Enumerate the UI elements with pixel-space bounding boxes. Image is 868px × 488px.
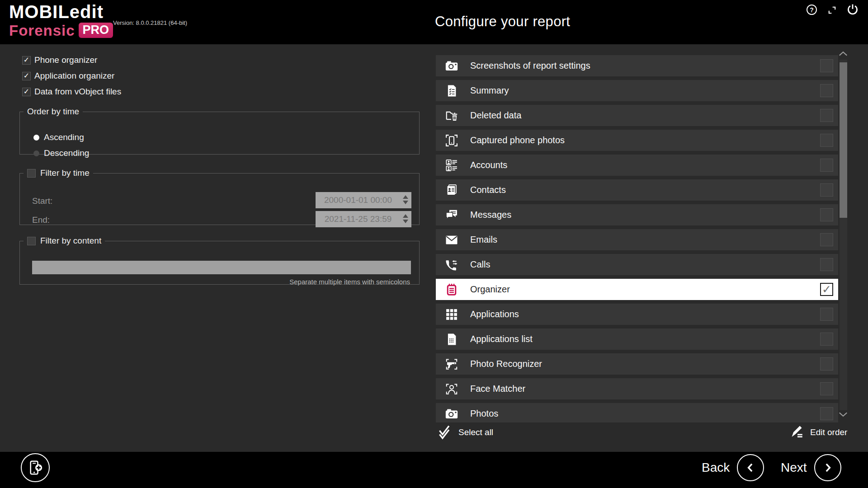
start-datetime-input[interactable] <box>316 192 411 208</box>
report-section-label: Photos <box>470 408 498 419</box>
report-section-row[interactable]: Captured phone photos <box>436 130 838 151</box>
end-datetime-input[interactable] <box>316 211 411 227</box>
report-section-row[interactable]: Emails <box>436 229 838 250</box>
phone-organizer-option[interactable]: Phone organizer <box>22 55 97 65</box>
report-section-row[interactable]: Screenshots of report settings <box>436 55 838 76</box>
report-section-checkbox[interactable] <box>820 59 833 72</box>
phone-organizer-checkbox[interactable] <box>22 56 31 65</box>
version-text: Version: 8.0.0.21821 (64-bit) <box>113 19 187 26</box>
help-icon: ? <box>810 6 814 14</box>
scroll-up-button[interactable] <box>838 50 848 57</box>
spinner-down-icon[interactable] <box>403 201 408 204</box>
select-all-button[interactable]: Select all <box>438 423 493 442</box>
filter-by-time-checkbox[interactable] <box>27 169 36 178</box>
deleted-data-icon <box>445 109 458 122</box>
start-label: Start: <box>32 196 52 206</box>
logo-text-mobiledit: MOBILedit <box>9 3 113 21</box>
report-section-label: Accounts <box>470 160 507 170</box>
spinner-down-icon[interactable] <box>403 220 408 223</box>
report-section-row[interactable]: Summary <box>436 80 838 101</box>
applications-list-icon <box>445 333 458 346</box>
spinner-up-icon[interactable] <box>403 214 408 218</box>
select-all-icon <box>438 423 452 441</box>
camera-icon <box>445 407 458 421</box>
next-button[interactable]: Next <box>781 453 841 482</box>
start-datetime-spinner[interactable] <box>403 195 408 204</box>
report-section-checkbox[interactable] <box>820 258 833 271</box>
organizer-icon <box>445 283 458 296</box>
photo-recognizer-icon <box>445 357 458 371</box>
report-section-checkbox[interactable] <box>820 134 833 147</box>
report-section-row[interactable]: Photo Recognizer <box>436 353 838 375</box>
report-section-row[interactable]: Deleted data <box>436 105 838 126</box>
restore-window-button[interactable] <box>827 5 837 15</box>
power-icon <box>846 3 859 16</box>
report-section-row[interactable]: Organizer <box>436 279 838 300</box>
radio-ascending[interactable]: Ascending <box>33 133 84 142</box>
application-organizer-option[interactable]: Application organizer <box>22 71 114 81</box>
help-button[interactable]: ? <box>807 5 817 15</box>
application-organizer-checkbox[interactable] <box>22 72 31 80</box>
filter-by-content-group: Filter by content Separate multiple item… <box>19 236 420 285</box>
order-by-time-legend: Order by time <box>27 107 79 117</box>
end-datetime-spinner[interactable] <box>403 214 408 223</box>
chevron-right-icon <box>821 461 835 474</box>
report-section-row[interactable]: Applications <box>436 304 838 325</box>
report-section-checkbox[interactable] <box>820 109 833 122</box>
back-button[interactable]: Back <box>702 453 764 482</box>
report-section-row[interactable]: Contacts <box>436 179 838 201</box>
report-section-row[interactable]: Messages <box>436 204 838 225</box>
power-button[interactable] <box>846 3 859 16</box>
add-device-button[interactable] <box>21 453 50 482</box>
report-section-checkbox[interactable] <box>820 233 833 246</box>
face-matcher-icon <box>445 382 458 396</box>
vobject-files-checkbox[interactable] <box>22 88 31 96</box>
check-icon <box>24 72 29 80</box>
check-icon <box>24 88 29 95</box>
report-section-checkbox[interactable] <box>820 208 833 221</box>
content-filter-input[interactable] <box>32 261 411 274</box>
report-section-checkbox[interactable] <box>820 183 833 197</box>
report-section-checkbox[interactable] <box>820 283 833 296</box>
content-filter-hint: Separate multiple items with semicolons <box>289 278 410 286</box>
scroll-down-button[interactable] <box>838 411 848 418</box>
email-icon <box>445 233 458 247</box>
report-section-row[interactable]: Accounts <box>436 155 838 176</box>
report-section-checkbox[interactable] <box>820 407 833 420</box>
report-section-checkbox[interactable] <box>820 84 833 97</box>
bottom-bar: Back Next <box>0 452 868 488</box>
report-section-label: Emails <box>470 235 497 245</box>
descending-radio-icon[interactable] <box>33 150 39 156</box>
report-section-label: Photo Recognizer <box>470 359 542 369</box>
chevron-left-icon <box>744 461 757 474</box>
radio-descending[interactable]: Descending <box>33 149 89 158</box>
logo-pro-badge: PRO <box>79 23 113 38</box>
filter-by-time-group: Filter by time Start: End: <box>19 168 420 225</box>
vobject-files-option[interactable]: Data from vObject files <box>22 87 121 97</box>
spinner-up-icon[interactable] <box>403 195 408 199</box>
chevron-down-icon <box>838 411 848 418</box>
report-section-row[interactable]: Calls <box>436 254 838 275</box>
report-section-checkbox[interactable] <box>820 357 833 371</box>
ascending-radio-icon[interactable] <box>33 135 39 141</box>
report-section-row[interactable]: Photos <box>436 403 838 422</box>
scrollbar-thumb[interactable] <box>840 62 847 218</box>
restore-window-icon <box>827 5 837 15</box>
check-icon <box>822 284 831 295</box>
ascending-label: Ascending <box>44 132 84 142</box>
filter-by-content-legend: Filter by content <box>40 236 101 246</box>
vobject-files-label: Data from vObject files <box>34 87 121 97</box>
report-section-checkbox[interactable] <box>820 382 833 395</box>
report-section-row[interactable]: Applications list <box>436 328 838 350</box>
end-label: End: <box>32 215 50 225</box>
chevron-up-icon <box>838 50 848 57</box>
report-section-checkbox[interactable] <box>820 333 833 346</box>
edit-order-label: Edit order <box>810 427 847 437</box>
report-section-checkbox[interactable] <box>820 308 833 321</box>
report-section-row[interactable]: Face Matcher <box>436 378 838 399</box>
filter-by-content-checkbox[interactable] <box>27 237 36 245</box>
summary-icon <box>445 84 458 98</box>
report-section-label: Messages <box>470 210 511 220</box>
edit-order-button[interactable]: Edit order <box>790 424 847 441</box>
report-section-checkbox[interactable] <box>820 159 833 172</box>
